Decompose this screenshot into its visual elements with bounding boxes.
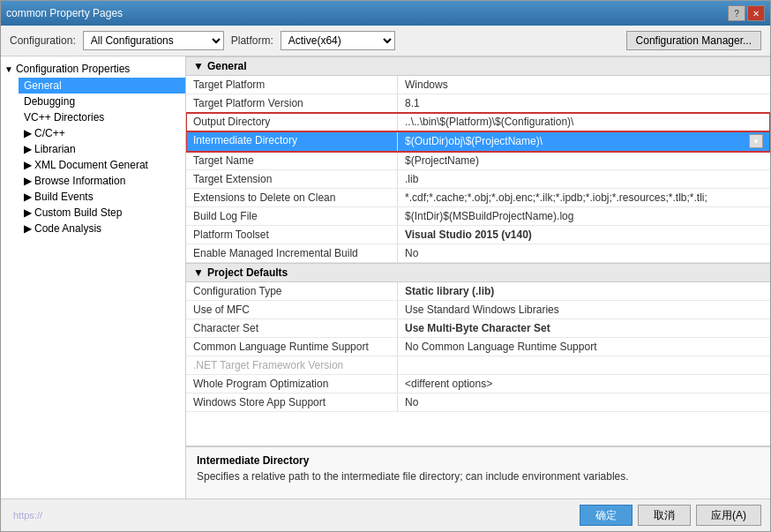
sidebar-item-build-events[interactable]: ▶ Build Events: [19, 189, 185, 205]
prop-row-config-type[interactable]: Configuration Type Static library (.lib): [186, 282, 770, 301]
expand-arrow-lib: ▶: [24, 143, 32, 155]
prop-row-net-framework[interactable]: .NET Target Framework Version: [186, 356, 770, 375]
prop-row-platform-toolset[interactable]: Platform Toolset Visual Studio 2015 (v14…: [186, 226, 770, 244]
prop-value-windows-store: No: [398, 393, 770, 411]
prop-name-config-type: Configuration Type: [186, 282, 398, 300]
prop-row-target-ext[interactable]: Target Extension .lib: [186, 170, 770, 189]
prop-name-char-set: Character Set: [186, 319, 398, 337]
bottom-description: Intermediate Directory Specifies a relat…: [186, 446, 770, 498]
prop-row-target-platform-version[interactable]: Target Platform Version 8.1: [186, 94, 770, 113]
toolbar: Configuration: All Configurations Platfo…: [1, 26, 770, 56]
intermediate-dir-value: $(OutDir)obj\$(ProjectName)\: [405, 135, 543, 147]
help-button[interactable]: ?: [728, 5, 745, 21]
prop-row-build-log[interactable]: Build Log File $(IntDir)$(MSBuildProject…: [186, 207, 770, 226]
prop-value-enable-managed: No: [398, 244, 770, 262]
prop-name-build-log: Build Log File: [186, 207, 398, 225]
prop-value-platform-toolset: Visual Studio 2015 (v140): [398, 226, 770, 244]
expand-arrow-build: ▶: [24, 191, 32, 203]
platform-label: Platform:: [231, 34, 273, 47]
prop-value-extensions-delete: *.cdf;*.cache;*.obj;*.obj.enc;*.ilk;*.ip…: [398, 189, 770, 206]
prop-row-target-platform[interactable]: Target Platform Windows: [186, 76, 770, 94]
prop-row-target-name[interactable]: Target Name $(ProjectName): [186, 152, 770, 170]
prop-value-use-mfc: Use Standard Windows Libraries: [398, 301, 770, 318]
config-manager-button[interactable]: Configuration Manager...: [626, 31, 761, 50]
prop-value-output-directory: ..\..\bin\$(Platform)\$(Configuration)\: [398, 113, 770, 131]
sidebar-item-debugging[interactable]: Debugging: [19, 94, 185, 109]
prop-value-char-set: Use Multi-Byte Character Set: [398, 319, 770, 337]
general-section-header: ▼ General: [186, 56, 770, 76]
prop-value-clr: No Common Language Runtime Support: [398, 338, 770, 356]
platform-select[interactable]: Active(x64): [281, 31, 395, 50]
prop-name-output-directory: Output Directory: [186, 113, 398, 131]
main-dialog: common Property Pages ? ✕ Configuration:…: [0, 0, 771, 532]
tree-root-item: ▼ Configuration Properties: [1, 60, 185, 78]
prop-value-target-name: $(ProjectName): [398, 152, 770, 169]
prop-row-enable-managed[interactable]: Enable Managed Incremental Build No: [186, 244, 770, 263]
tree-root: ▼ Configuration Properties General Debug…: [1, 60, 185, 236]
prop-row-extensions-delete[interactable]: Extensions to Delete on Clean *.cdf;*.ca…: [186, 189, 770, 207]
sidebar: ▼ Configuration Properties General Debug…: [1, 56, 186, 498]
prop-row-char-set[interactable]: Character Set Use Multi-Byte Character S…: [186, 319, 770, 338]
config-label: Configuration:: [10, 34, 76, 47]
prop-name-extensions-delete: Extensions to Delete on Clean: [186, 189, 398, 206]
prop-value-build-log: $(IntDir)$(MSBuildProjectName).log: [398, 207, 770, 225]
sidebar-item-librarian[interactable]: ▶ Librarian: [19, 141, 185, 157]
expand-arrow-code: ▶: [24, 222, 32, 235]
prop-row-output-directory[interactable]: Output Directory ..\..\bin\$(Platform)\$…: [186, 113, 770, 131]
sidebar-item-general[interactable]: General: [19, 78, 185, 94]
sidebar-item-code-analysis[interactable]: ▶ Code Analysis: [19, 221, 185, 236]
expand-arrow-custom: ▶: [24, 206, 32, 219]
section2-arrow: ▼: [193, 266, 204, 279]
apply-button[interactable]: 应用(A): [696, 505, 761, 526]
title-bar-buttons: ? ✕: [728, 5, 765, 21]
properties-area: ▼ General Target Platform Windows Target…: [186, 56, 770, 446]
prop-name-platform-toolset: Platform Toolset: [186, 226, 398, 244]
prop-name-enable-managed: Enable Managed Incremental Build: [186, 244, 398, 262]
description-text: Specifies a relative path to the interme…: [197, 470, 760, 483]
tree-children: General Debugging VC++ Directories ▶ C/C…: [1, 78, 185, 236]
prop-row-windows-store[interactable]: Windows Store App Support No: [186, 393, 770, 412]
section-title: General: [207, 60, 247, 72]
sidebar-item-vc-directories[interactable]: VC++ Directories: [19, 109, 185, 125]
prop-name-net-framework: .NET Target Framework Version: [186, 356, 398, 374]
content-panel: ▼ General Target Platform Windows Target…: [186, 56, 770, 498]
prop-row-intermediate-directory[interactable]: Intermediate Directory $(OutDir)obj\$(Pr…: [186, 131, 770, 152]
prop-value-target-ext: .lib: [398, 170, 770, 188]
config-select[interactable]: All Configurations: [83, 31, 224, 50]
project-defaults-header: ▼ Project Defaults: [186, 263, 770, 282]
expand-arrow-cpp: ▶: [24, 127, 32, 139]
sidebar-item-custom-build[interactable]: ▶ Custom Build Step: [19, 205, 185, 221]
root-label: Configuration Properties: [16, 63, 130, 75]
prop-name-target-ext: Target Extension: [186, 170, 398, 188]
title-bar: common Property Pages ? ✕: [1, 1, 770, 26]
prop-value-intermediate-directory: $(OutDir)obj\$(ProjectName)\ ▼: [398, 131, 770, 151]
collapse-arrow: ▼: [4, 64, 13, 74]
prop-row-clr[interactable]: Common Language Runtime Support No Commo…: [186, 338, 770, 356]
prop-name-use-mfc: Use of MFC: [186, 301, 398, 318]
description-title: Intermediate Directory: [197, 454, 760, 467]
prop-value-whole-program: <different options>: [398, 375, 770, 393]
intermediate-dir-dropdown[interactable]: ▼: [749, 134, 763, 148]
section-arrow: ▼: [193, 60, 204, 72]
prop-row-whole-program[interactable]: Whole Program Optimization <different op…: [186, 375, 770, 393]
prop-name-target-platform-version: Target Platform Version: [186, 94, 398, 112]
watermark: https://: [10, 510, 574, 521]
prop-value-target-platform: Windows: [398, 76, 770, 94]
prop-value-net-framework: [398, 356, 770, 374]
sidebar-item-xml[interactable]: ▶ XML Document Generat: [19, 157, 185, 173]
ok-button[interactable]: 确定: [580, 505, 633, 526]
bottom-buttons: https:// 确定 取消 应用(A): [1, 498, 770, 531]
section2-title: Project Defaults: [207, 266, 288, 279]
cancel-button[interactable]: 取消: [638, 505, 691, 526]
prop-name-windows-store: Windows Store App Support: [186, 393, 398, 411]
prop-name-intermediate-directory: Intermediate Directory: [186, 131, 398, 151]
prop-value-config-type: Static library (.lib): [398, 282, 770, 300]
prop-row-use-mfc[interactable]: Use of MFC Use Standard Windows Librarie…: [186, 301, 770, 319]
prop-name-target-name: Target Name: [186, 152, 398, 169]
close-button[interactable]: ✕: [747, 5, 765, 21]
prop-name-whole-program: Whole Program Optimization: [186, 375, 398, 393]
sidebar-item-cpp[interactable]: ▶ C/C++: [19, 125, 185, 141]
expand-arrow-browse: ▶: [24, 175, 32, 187]
sidebar-item-browse[interactable]: ▶ Browse Information: [19, 173, 185, 189]
dialog-title: common Property Pages: [6, 7, 123, 19]
